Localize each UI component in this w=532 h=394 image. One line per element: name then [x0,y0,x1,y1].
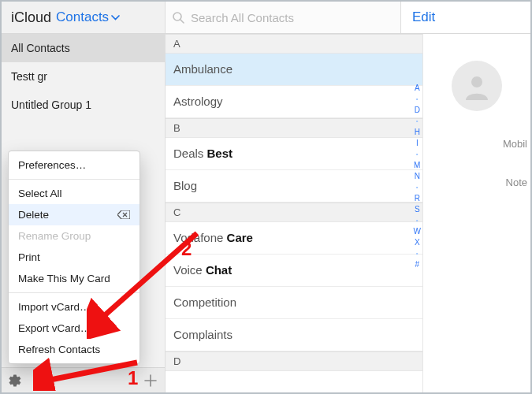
menu-item[interactable]: Make This My Card [9,268,140,289]
index-letter[interactable]: S [415,204,420,215]
menu-item-label: Refresh Contacts [18,344,100,355]
edit-button[interactable]: Edit [412,9,435,25]
contact-row[interactable]: Complaints [166,319,422,351]
contact-last: Chat [206,263,232,277]
index-letter[interactable]: # [415,259,419,270]
contact-row[interactable]: Voice Chat [166,255,422,287]
actions-menu: Preferences…Select AllDeleteRename Group… [8,151,140,364]
svg-point-2 [471,76,482,87]
index-letter[interactable]: X [415,237,420,248]
index-dot: • [416,94,419,105]
index-dot: • [416,116,419,127]
avatar [452,61,502,111]
contact-first: Vodafone [173,231,223,244]
erase-icon [117,210,130,219]
menu-item-label: Make This My Card [18,273,110,284]
contact-first: Deals [173,147,203,160]
index-dot: • [416,182,419,193]
menu-item[interactable]: Delete [9,204,140,225]
menu-item-label: Import vCard… [18,301,91,313]
service-switcher-label: Contacts [56,9,109,25]
service-switcher[interactable]: Contacts [56,9,120,25]
contact-first: Competition [173,296,236,309]
plus-icon [144,374,157,387]
index-letter[interactable]: H [415,127,420,138]
menu-item-label: Export vCard… [18,322,91,334]
brand-label: iCloud [11,9,51,26]
contact-row[interactable]: Astrology [166,86,422,118]
index-letter[interactable]: N [415,171,420,182]
menu-item-label: Preferences… [18,159,86,171]
svg-line-1 [180,20,184,23]
contact-row[interactable]: Blog [166,170,422,203]
person-icon [461,70,493,102]
index-letter[interactable]: W [414,226,421,237]
contact-last: Best [207,147,233,160]
contact-last: Care [227,231,253,244]
sidebar-item[interactable]: Untitled Group 1 [2,91,165,119]
menu-item[interactable]: Print [9,247,140,268]
groups-sidebar: All ContactsTestt grUntitled Group 1 Pre… [2,34,166,392]
menu-item[interactable]: Refresh Contacts [9,339,140,360]
section-header: D [166,351,422,371]
index-dot: • [416,248,419,259]
menu-item-label: Print [18,251,40,263]
menu-item: Rename Group [9,225,140,247]
detail-field-mobile: Mobil [503,138,527,150]
index-letter[interactable]: M [414,160,420,171]
contact-first: Astrology [173,95,223,108]
index-dot: • [416,149,419,160]
menu-item[interactable]: Export vCard… [9,318,140,339]
search-input[interactable] [189,10,394,25]
contacts-list: AAmbulanceAstrologyBDeals BestBlogCVodaf… [166,34,423,392]
contact-detail: Mobil Note [423,34,530,392]
sidebar-item[interactable]: Testt gr [2,62,165,91]
alphabet-index[interactable]: A•D•HI•MN•RS•WX•# [414,83,421,270]
add-button[interactable] [144,374,157,387]
menu-item-label: Delete [18,209,49,221]
contact-row[interactable]: Deals Best [166,138,422,170]
menu-item[interactable]: Preferences… [9,154,140,176]
gear-button[interactable] [8,374,22,388]
menu-item-label: Select All [18,188,62,199]
menu-item[interactable]: Select All [9,183,140,204]
menu-separator [9,179,140,180]
contact-first: Ambulance [173,62,233,76]
detail-field-note: Note [506,177,527,188]
sidebar-item[interactable]: All Contacts [2,34,165,62]
index-letter[interactable]: D [415,105,420,116]
contact-row[interactable]: Vodafone Care [166,222,422,255]
gear-icon [8,374,22,388]
contact-first: Blog [173,179,197,192]
contact-first: Complaints [173,328,233,341]
section-header: C [166,203,422,222]
index-letter[interactable]: R [415,193,420,204]
index-dot: • [416,215,419,226]
contact-first: Voice [173,263,203,277]
section-header: A [166,34,422,54]
contact-row[interactable]: Competition [166,287,422,319]
search-icon [172,11,184,24]
index-letter[interactable]: A [415,83,420,94]
menu-separator [9,292,140,293]
section-header: B [166,118,422,138]
menu-item[interactable]: Import vCard… [9,296,140,318]
contact-row[interactable]: Ambulance [166,54,422,86]
chevron-down-icon [111,15,120,20]
index-letter[interactable]: I [416,138,419,149]
menu-item-label: Rename Group [18,230,91,242]
